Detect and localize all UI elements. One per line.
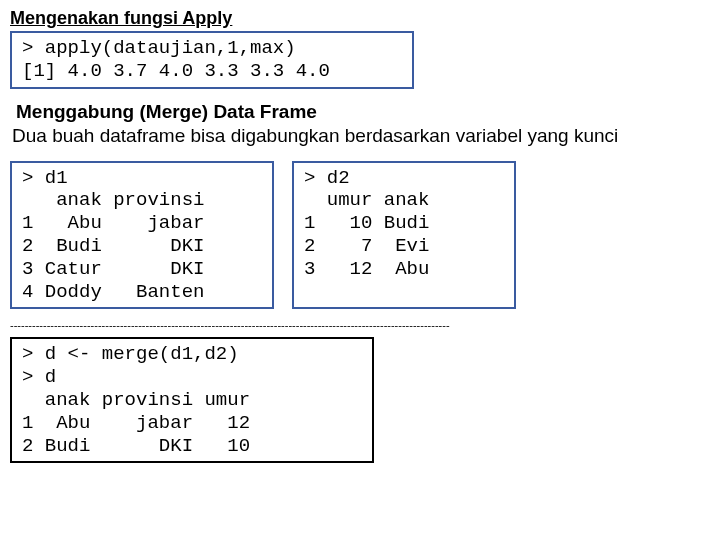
row-dataframes: > d1 anak provinsi 1 Abu jabar 2 Budi DK… (10, 161, 710, 310)
heading-apply: Mengenakan fungsi Apply (10, 8, 710, 29)
code-d2: > d2 umur anak 1 10 Budi 2 7 Evi 3 12 Ab… (292, 161, 516, 310)
code-apply: > apply(dataujian,1,max) [1] 4.0 3.7 4.0… (10, 31, 414, 89)
separator-dashes: ----------------------------------------… (10, 319, 710, 331)
code-merge: > d <- merge(d1,d2) > d anak provinsi um… (10, 337, 374, 463)
heading-merge: Menggabung (Merge) Data Frame (16, 101, 710, 123)
body-merge-desc: Dua buah dataframe bisa digabungkan berd… (12, 125, 710, 147)
code-d1: > d1 anak provinsi 1 Abu jabar 2 Budi DK… (10, 161, 274, 310)
